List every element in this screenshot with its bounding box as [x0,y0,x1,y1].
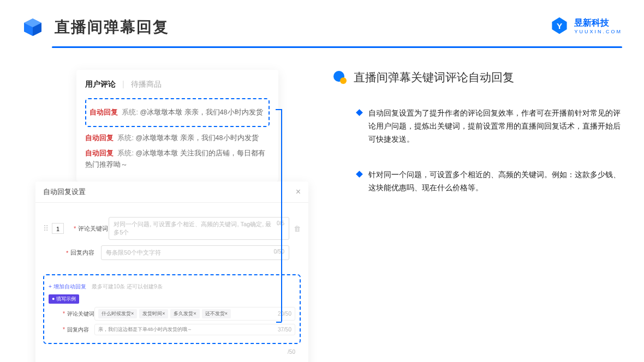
example-keyword-count: 20/50 [278,311,291,317]
delete-icon[interactable]: 🗑 [294,225,301,233]
content-label: 回复内容 [70,249,101,257]
example-content-row: * 回复内容 亲，我们这边都是下单48小时内发货的哦～ 37/50 [49,324,295,335]
content-count: 0/50 [274,249,284,257]
svg-text:Y: Y [557,21,562,31]
drag-icon[interactable]: ⠿ [43,224,49,233]
keyword-input[interactable]: 对同一个问题, 可设置多个相近、高频的关键词, Tag确定, 最多5个 0/5 [109,217,289,240]
diamond-icon [356,109,363,116]
section-title: 直播间弹幕关键词评论自动回复 [354,70,514,85]
example-content-count: 37/50 [278,327,291,333]
diamond-icon [356,171,363,178]
settings-panel: 自动回复设置 × ⠿ 1 * 评论关键词 对同一个问题, 可设置多个相近、高频的… [35,182,308,362]
system-label: 系统: [117,134,133,142]
auto-reply-tag: 自动回复 [85,149,114,157]
content-placeholder: 每条限50个中文字符 [106,249,160,257]
row-number: 1 [52,223,64,234]
keyword-row: ⠿ 1 * 评论关键词 对同一个问题, 可设置多个相近、高频的关键词, Tag确… [43,217,301,240]
example-tag[interactable]: 还不发货× [202,309,231,318]
content-row: * 回复内容 每条限50个中文字符 0/50 [43,245,301,260]
brand-block: Y 昱新科技 YUUXIN.COM [550,16,622,35]
tab-user-comments[interactable]: 用户评论 [85,80,116,89]
required-star: * [66,250,68,256]
example-tag[interactable]: 发货时间× [139,309,168,318]
section-header: 直播间弹幕关键词评论自动回复 [333,70,622,85]
example-keyword-row: * 评论关键词 什么时候发货× 发货时间× 多久发货× 还不发货× 20/50 [49,307,295,321]
highlighted-comment: 自动回复 系统: @冰墩墩本墩 亲亲，我们48小时内发货 [85,98,270,127]
bubble-icon [333,70,347,85]
settings-title: 自动回复设置 [43,187,86,197]
bullet-text: 针对同一个问题，可设置多个相近的、高频的关键词。例如：这款多少钱、这块能优惠吗、… [368,168,622,195]
cube-icon [22,16,44,38]
comment-item: 自动回复 系统: @冰墩墩本墩 关注我们的店铺，每日都有热门推荐呦～ [85,148,270,171]
example-content-label: 回复内容 [67,326,94,334]
keyword-placeholder: 对同一个问题, 可设置多个相近、高频的关键词, Tag确定, 最多5个 [114,220,277,237]
example-tag[interactable]: 什么时候发货× [98,309,137,318]
required-star: * [63,327,65,333]
right-column: 直播间弹幕关键词评论自动回复 自动回复设置为了提升作者的评论回复效率，作者可在开… [317,70,622,218]
comment-tabs: 用户评论 | 待播商品 [85,80,270,89]
example-tag[interactable]: 多久发货× [170,309,199,318]
brand-sub: YUUXIN.COM [574,29,622,34]
add-hint: 最多可建10条 还可以创建9条 [92,283,162,289]
auto-reply-tag: 自动回复 [85,134,114,142]
comment-text: @冰墩墩本墩 亲亲，我们48小时内发货 [135,134,258,142]
brand-icon: Y [550,16,569,35]
svg-point-6 [340,77,347,84]
example-keyword-label: 评论关键词 [67,310,94,318]
system-label: 系统: [117,149,133,157]
connector-line [276,322,282,323]
bullet-item: 针对同一个问题，可设置多个相近的、高频的关键词。例如：这款多少钱、这块能优惠吗、… [333,168,622,195]
example-box: + 增加自动回复 最多可建10条 还可以创建9条 ● 填写示例 * 评论关键词 … [43,274,301,344]
close-icon[interactable]: × [296,187,301,197]
required-star: * [63,311,65,317]
example-badge: ● 填写示例 [49,294,79,304]
example-content-input[interactable]: 亲，我们这边都是下单48小时内发货的哦～ 37/50 [94,324,295,335]
settings-header: 自动回复设置 × [35,182,308,203]
tab-pending-goods[interactable]: 待播商品 [131,80,162,89]
comment-text: @冰墩墩本墩 亲亲，我们48小时内发货 [140,108,263,116]
auto-reply-tag: 自动回复 [90,108,118,116]
brand-name: 昱新科技 [574,17,622,29]
left-column: 用户评论 | 待播商品 自动回复 系统: @冰墩墩本墩 亲亲，我们48小时内发货… [22,70,317,218]
system-label: 系统: [122,108,138,116]
comment-card: 用户评论 | 待播商品 自动回复 系统: @冰墩墩本墩 亲亲，我们48小时内发货… [76,70,278,182]
connector-line [281,109,282,322]
page-title: 直播间弹幕回复 [55,17,169,38]
add-auto-reply-link[interactable]: + 增加自动回复 [49,283,86,291]
comment-item: 自动回复 系统: @冰墩墩本墩 亲亲，我们48小时内发货 [85,132,270,144]
keyword-label: 评论关键词 [78,225,109,233]
example-content-text: 亲，我们这边都是下单48小时内发货的哦～ [98,326,192,333]
example-keyword-input[interactable]: 什么时候发货× 发货时间× 多久发货× 还不发货× 20/50 [94,307,295,321]
content-input[interactable]: 每条限50个中文字符 0/50 [101,245,289,260]
page-header: 直播间弹幕回复 Y 昱新科技 YUUXIN.COM [0,0,644,46]
required-star: * [74,225,76,232]
outer-count: /50 [288,349,295,355]
bullet-item: 自动回复设置为了提升作者的评论回复效率，作者可在开播前针对常见的评论用户问题，提… [333,107,622,146]
connector-line [276,109,281,110]
bullet-text: 自动回复设置为了提升作者的评论回复效率，作者可在开播前针对常见的评论用户问题，提… [368,107,622,146]
tab-separator: | [122,80,124,89]
